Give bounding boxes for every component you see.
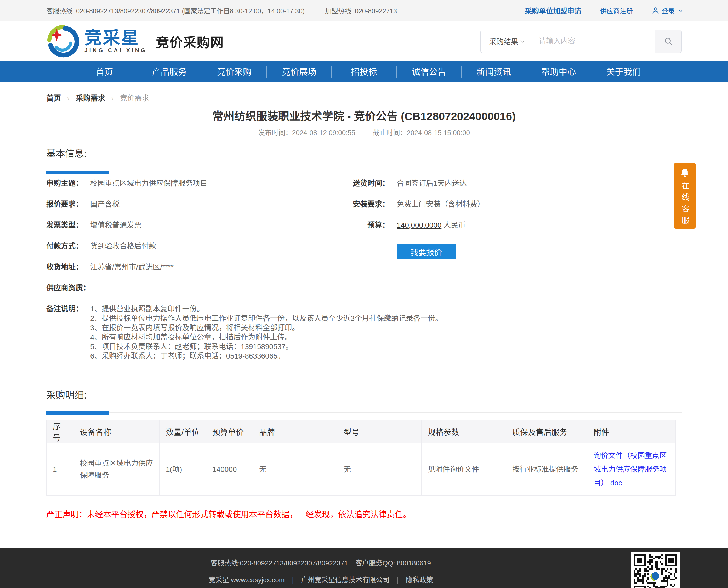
table-row: 1 校园重点区域电力供应保障服务 1(项) 140000 无 无 见附件询价文件…: [47, 443, 676, 496]
table-header-row: 序号 设备名称 数量/单位 预算单价 品牌 型号 规格参数 质保及售后服务 附件: [47, 420, 676, 443]
breadcrumb-current: 竞价需求: [120, 94, 149, 102]
nav-item-bidding-purchase[interactable]: 竞价采购: [202, 66, 266, 78]
online-service-tab[interactable]: 在线客服: [674, 163, 696, 229]
basic-info-panel: 申购主题： 校园重点区域电力供应保障服务项目 报价要求： 国产含税 发票类型： …: [46, 172, 682, 385]
quote-button[interactable]: 我要报价: [397, 244, 456, 259]
breadcrumb-home[interactable]: 首页: [46, 94, 61, 102]
cell-qty-unit: 1(项): [159, 443, 206, 496]
field-delivery-address: 收货地址： 江苏省/常州市/武进区/****: [46, 262, 682, 272]
online-service-label: 在线客服: [679, 182, 691, 228]
search-bar: 采购结果: [480, 30, 682, 53]
nav-item-tenders[interactable]: 招投标: [331, 66, 396, 78]
chevron-right-icon: ›: [67, 94, 70, 102]
search-button[interactable]: [655, 30, 681, 52]
chevron-down-icon: [679, 8, 683, 12]
attachment-doc-link[interactable]: 询价文件（校园重点区域电力供应保障服务项目）.doc: [594, 451, 667, 487]
breadcrumb: 首页 › 采购需求 › 竞价需求: [46, 82, 682, 103]
col-seq: 序号: [47, 420, 73, 443]
footer-company-link[interactable]: 广州竞采星信息技术有限公司: [301, 576, 389, 584]
nav-item-help-center[interactable]: 帮助中心: [526, 66, 591, 78]
col-qty-unit: 数量/单位: [159, 420, 206, 443]
field-budget: 预算： 140,000.0000 人民币: [351, 220, 485, 230]
publish-time-value: 2024-08-12 09:00:55: [292, 129, 355, 136]
search-category-select[interactable]: 采购结果: [481, 30, 532, 52]
field-install-requirement: 安装要求： 免费上门安装（含材料费）: [351, 200, 485, 209]
cell-seq: 1: [47, 443, 73, 496]
chevron-right-icon: ›: [111, 94, 114, 102]
budget-amount-link[interactable]: 140,000.0000: [397, 221, 441, 229]
logo-icon: [46, 25, 80, 58]
remark-line: 2、提供投标单位电力操作人员低压电工作业证复印件各一份，以及该人员至少近3个月社…: [90, 314, 442, 323]
col-attachment: 附件: [587, 420, 676, 443]
footer-privacy-link[interactable]: 隐私政策: [406, 576, 433, 584]
page-title: 常州纺织服装职业技术学院 - 竞价公告 (CB128072024000016): [46, 110, 682, 123]
budget-currency: 人民币: [443, 221, 465, 229]
publish-time-label: 发布时间：: [258, 129, 292, 136]
service-hotline-text: 客服热线: 020-80922713/80922307/80922371 (国家…: [46, 6, 305, 15]
cell-brand: 无: [253, 443, 337, 496]
logo-text-cn: 竞采星: [85, 29, 147, 46]
logo-text-en: JING CAI XING: [85, 47, 147, 54]
login-link[interactable]: 登录: [652, 6, 682, 15]
col-spec: 规格参数: [421, 420, 506, 443]
service-bell-icon: [679, 167, 690, 178]
purchase-detail-table: 序号 设备名称 数量/单位 预算单价 品牌 型号 规格参数 质保及售后服务 附件…: [46, 420, 676, 496]
section-title-basic-info: 基本信息:: [46, 148, 682, 172]
search-category-value: 采购结果: [489, 36, 518, 47]
col-brand: 品牌: [253, 420, 337, 443]
cell-device-name: 校园重点区域电力供应保障服务: [73, 443, 159, 496]
qr-code: [631, 552, 680, 588]
notice-times: 发布时间：2024-08-12 09:00:55 截止时间：2024-08-15…: [46, 128, 682, 137]
main-nav: 首页 产品服务 竞价采购 竞价展场 招投标 诚信公告 新闻资讯 帮助中心 关于我…: [0, 62, 728, 82]
footer-site-link[interactable]: 竞采星 www.easyjcx.com: [209, 576, 285, 584]
field-supplier-qualification: 供应商资质：: [46, 284, 682, 293]
nav-item-products[interactable]: 产品服务: [137, 66, 202, 78]
col-model: 型号: [337, 420, 421, 443]
chevron-down-icon: [520, 39, 524, 43]
remark-line: 1、提供营业执照副本复印件一份。: [90, 304, 442, 314]
cell-attachment: 询价文件（校园重点区域电力供应保障服务项目）.doc: [587, 443, 676, 496]
remark-line: 3、在报价一览表内填写报价及响应情况，将相关材料全部打印。: [90, 323, 442, 333]
supplier-register-link[interactable]: 供应商注册: [600, 6, 633, 15]
remark-line: 5、项目技术负责联系人：赵老师；联系电话：13915890537。: [90, 342, 442, 352]
nav-item-about-us[interactable]: 关于我们: [591, 66, 656, 78]
topbar: 客服热线: 020-80922713/80922307/80922371 (国家…: [0, 0, 728, 21]
search-icon: [664, 37, 673, 46]
footer-hotline: 客服热线:020-80922713/80922307/80922371: [211, 559, 348, 567]
deadline-label: 截止时间：: [373, 129, 407, 136]
deadline-value: 2024-08-15 15:00:00: [407, 129, 470, 136]
col-warranty: 质保及售后服务: [506, 420, 587, 443]
footer-qq: 客户服务QQ: 800180619: [355, 559, 431, 567]
logo: 竞采星 JING CAI XING 竞价采购网: [46, 25, 224, 58]
user-icon: [652, 6, 660, 14]
join-hotline-text: 加盟热线: 020-80922713: [325, 6, 397, 15]
legal-statement: 严正声明：未经本平台授权，严禁以任何形式转载或使用本平台数据，一经发现，依法追究…: [46, 509, 682, 520]
search-input[interactable]: [532, 30, 655, 52]
section-title-detail: 采购明细:: [46, 390, 682, 413]
site-header: 竞采星 JING CAI XING 竞价采购网 采购结果: [0, 21, 728, 62]
cell-warranty: 按行业标准提供服务: [506, 443, 587, 496]
site-name: 竞价采购网: [156, 32, 224, 51]
login-label: 登录: [662, 6, 675, 15]
col-budget-unit-price: 预算单价: [206, 420, 253, 443]
cell-model: 无: [337, 443, 421, 496]
remark-line: 4、所有响应材料均加盖投标单位公章，扫描后作为附件上传。: [90, 333, 442, 342]
remark-line: 6、采购经办联系人：丁老师；联系电话：0519-86336065。: [90, 352, 442, 361]
cell-budget-unit-price: 140000: [206, 443, 253, 496]
nav-item-integrity-notice[interactable]: 诚信公告: [396, 66, 461, 78]
cell-spec: 见附件询价文件: [421, 443, 506, 496]
purchaser-join-link[interactable]: 采购单位加盟申请: [525, 5, 581, 16]
page-footer: 客服热线:020-80922713/80922307/80922371 客户服务…: [0, 548, 728, 588]
nav-item-bidding-hall[interactable]: 竞价展场: [266, 66, 331, 78]
breadcrumb-purchase-demand[interactable]: 采购需求: [76, 94, 105, 102]
nav-item-news[interactable]: 新闻资讯: [461, 66, 526, 78]
field-delivery-time: 送货时间： 合同签订后1天内送达: [351, 179, 485, 188]
field-remarks: 备注说明： 1、提供营业执照副本复印件一份。 2、提供投标单位电力操作人员低压电…: [46, 304, 682, 361]
col-device-name: 设备名称: [73, 420, 159, 443]
nav-item-home[interactable]: 首页: [72, 66, 137, 78]
